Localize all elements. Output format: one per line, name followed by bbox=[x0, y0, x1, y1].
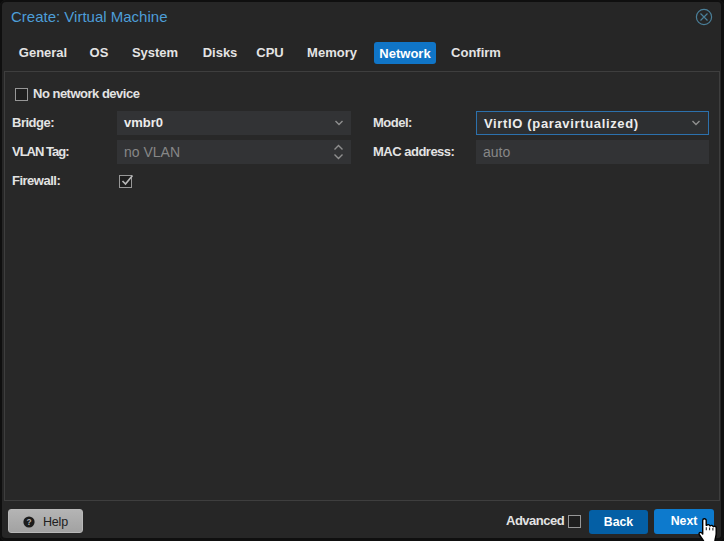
svg-text:?: ? bbox=[26, 516, 31, 526]
